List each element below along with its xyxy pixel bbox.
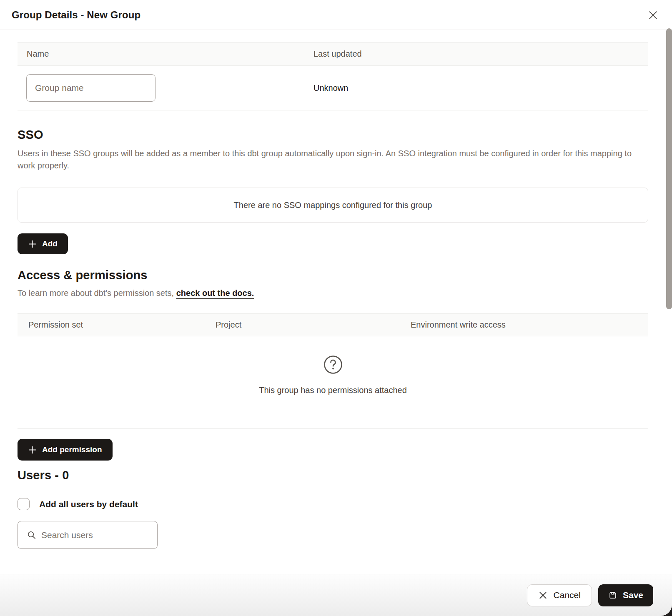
users-heading: Users - 0 [18, 468, 648, 482]
add-all-users-row: Add all users by default [18, 498, 648, 510]
column-header-name: Name [18, 49, 313, 59]
column-header-last-updated: Last updated [313, 49, 648, 59]
sso-empty-state: There are no SSO mappings configured for… [18, 188, 648, 223]
column-header-environment-write-access: Environment write access [411, 320, 648, 330]
cancel-x-icon [538, 591, 548, 600]
permissions-heading: Access & permissions [18, 268, 648, 282]
add-permission-label: Add permission [42, 445, 102, 454]
save-label: Save [623, 590, 643, 600]
modal-body: Name Last updated Unknown SSO Users in t… [0, 30, 672, 574]
group-name-row: Unknown [18, 66, 648, 110]
sso-heading: SSO [18, 128, 648, 142]
permissions-table-header: Permission set Project Environment write… [18, 313, 648, 336]
plus-icon [28, 446, 37, 454]
add-sso-mapping-button[interactable]: Add [18, 233, 68, 254]
column-header-project: Project [216, 320, 411, 330]
group-name-table: Name Last updated Unknown [18, 42, 648, 110]
save-floppy-icon [608, 591, 617, 600]
modal-footer: Cancel Save [0, 574, 672, 616]
question-mark-icon [323, 355, 343, 375]
add-all-users-checkbox[interactable] [18, 498, 30, 510]
permissions-empty-message: This group has no permissions attached [259, 386, 407, 395]
permissions-empty-state: This group has no permissions attached [18, 336, 648, 429]
sso-description: Users in these SSO groups will be added … [18, 148, 632, 172]
permissions-docs-text: To learn more about dbt's permission set… [18, 288, 174, 298]
last-updated-value: Unknown [313, 83, 648, 93]
docs-link[interactable]: check out the docs. [176, 288, 254, 298]
column-header-permission-set: Permission set [18, 320, 216, 330]
group-details-modal: Group Details - New Group Name Last upda… [0, 0, 672, 616]
plus-icon [28, 240, 37, 248]
add-sso-mapping-label: Add [42, 239, 58, 248]
close-icon [648, 10, 658, 20]
save-button[interactable]: Save [598, 584, 653, 606]
modal-header: Group Details - New Group [0, 0, 672, 30]
cancel-button[interactable]: Cancel [527, 584, 592, 606]
close-button[interactable] [645, 8, 660, 23]
search-icon [27, 530, 36, 540]
modal-title: Group Details - New Group [12, 9, 140, 21]
group-name-input[interactable] [26, 74, 155, 102]
cancel-label: Cancel [554, 590, 581, 600]
group-name-table-header: Name Last updated [18, 42, 648, 66]
scrollbar-thumb[interactable] [666, 28, 672, 309]
sso-empty-message: There are no SSO mappings configured for… [234, 200, 432, 210]
add-all-users-label: Add all users by default [39, 499, 138, 509]
search-users-box [18, 521, 158, 549]
permissions-docs-line: To learn more about dbt's permission set… [18, 288, 648, 298]
permissions-table: Permission set Project Environment write… [18, 313, 648, 429]
add-permission-button[interactable]: Add permission [18, 439, 113, 461]
search-users-input[interactable] [41, 521, 157, 548]
